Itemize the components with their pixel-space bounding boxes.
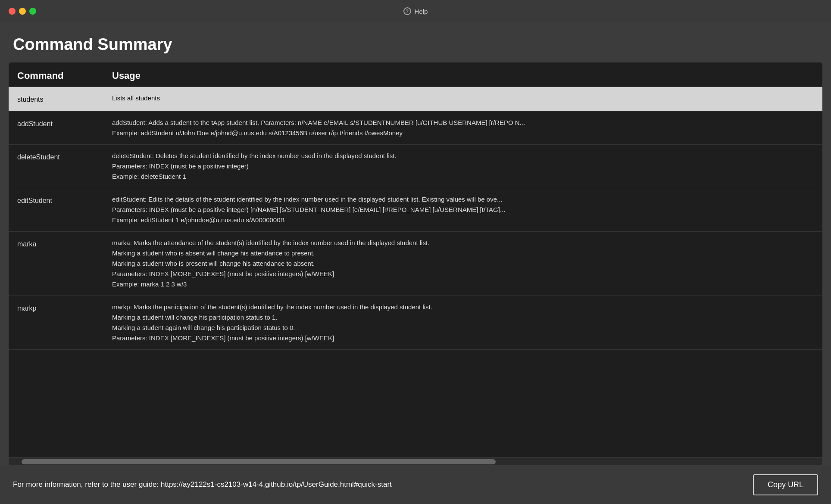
- table-row: studentsLists all students: [9, 87, 822, 112]
- minimize-button[interactable]: [19, 8, 26, 15]
- page-title: Command Summary: [0, 22, 831, 62]
- table-row: editStudenteditStudent: Edits the detail…: [9, 188, 822, 231]
- command-table: Command Usage studentsLists all students…: [9, 62, 822, 350]
- window-controls: [9, 8, 36, 15]
- command-cell: deleteStudent: [9, 144, 103, 188]
- usage-cell: editStudent: Edits the details of the st…: [103, 188, 822, 231]
- scrollbar-thumb: [22, 459, 496, 464]
- title-bar: ? Help: [0, 0, 831, 22]
- horizontal-scrollbar[interactable]: [9, 457, 822, 465]
- usage-cell: addStudent: Adds a student to the tApp s…: [103, 111, 822, 144]
- usage-cell: marka: Marks the attendance of the stude…: [103, 231, 822, 296]
- usage-cell: deleteStudent: Deletes the student ident…: [103, 144, 822, 188]
- column-header-usage: Usage: [103, 62, 822, 87]
- table-row: markamarka: Marks the attendance of the …: [9, 231, 822, 296]
- footer: For more information, refer to the user …: [0, 465, 831, 504]
- command-cell: marka: [9, 231, 103, 296]
- copy-url-button[interactable]: Copy URL: [753, 474, 818, 495]
- help-icon: ?: [403, 7, 411, 15]
- close-button[interactable]: [9, 8, 16, 15]
- table-row: deleteStudentdeleteStudent: Deletes the …: [9, 144, 822, 188]
- main-content: Command Summary Command Usage studentsLi…: [0, 22, 831, 465]
- command-cell: markp: [9, 296, 103, 349]
- command-cell: editStudent: [9, 188, 103, 231]
- table-row: addStudentaddStudent: Adds a student to …: [9, 111, 822, 144]
- column-header-command: Command: [9, 62, 103, 87]
- command-cell: addStudent: [9, 111, 103, 144]
- maximize-button[interactable]: [29, 8, 36, 15]
- command-table-container: Command Usage studentsLists all students…: [9, 62, 822, 465]
- table-row: markpmarkp: Marks the participation of t…: [9, 296, 822, 349]
- table-header-row: Command Usage: [9, 62, 822, 87]
- table-scroll-area[interactable]: Command Usage studentsLists all students…: [9, 62, 822, 457]
- usage-cell: Lists all students: [103, 87, 822, 112]
- command-cell: students: [9, 87, 103, 112]
- usage-cell: markp: Marks the participation of the st…: [103, 296, 822, 349]
- footer-text: For more information, refer to the user …: [13, 480, 744, 489]
- window-title: ? Help: [403, 7, 428, 15]
